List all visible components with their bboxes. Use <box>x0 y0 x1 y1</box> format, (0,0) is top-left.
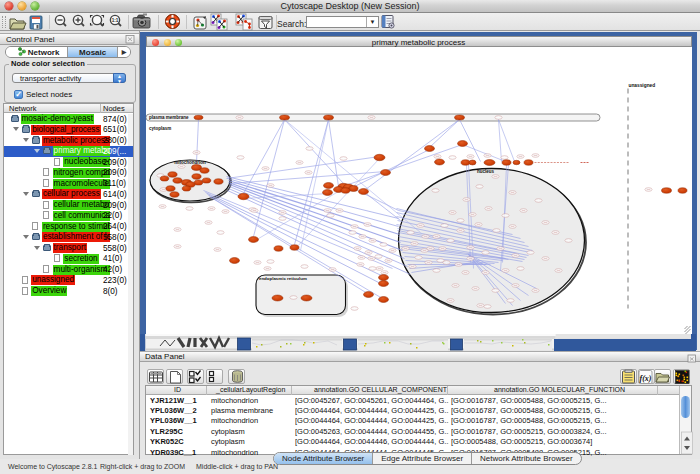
svg-text:unassigned: unassigned <box>628 83 655 88</box>
svg-text:endoplasmic reticulum: endoplasmic reticulum <box>259 276 307 281</box>
svg-text:nucleus: nucleus <box>476 169 494 174</box>
svg-text:mitochondrion: mitochondrion <box>174 160 206 165</box>
svg-text:plasma membrane: plasma membrane <box>149 115 189 120</box>
svg-text:cytoplasm: cytoplasm <box>149 126 171 131</box>
